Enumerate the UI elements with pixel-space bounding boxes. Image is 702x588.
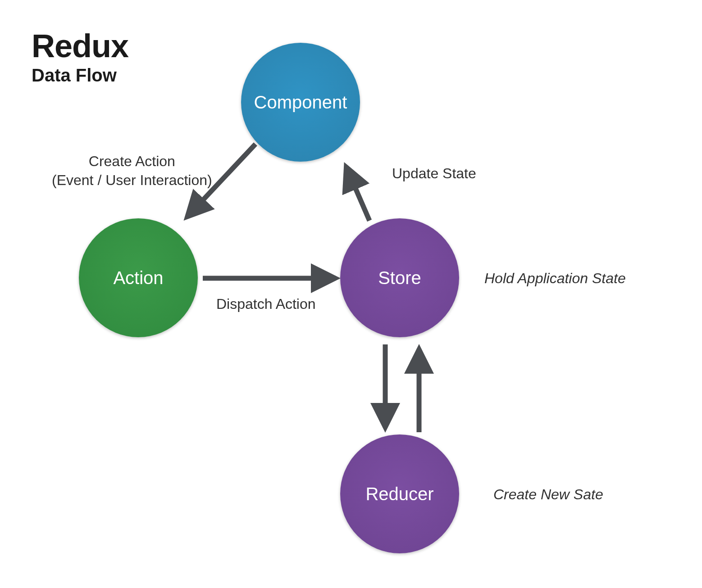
node-reducer: Reducer xyxy=(340,434,459,553)
label-update-state: Update State xyxy=(392,164,476,183)
label-create-action-line2: (Event / User Interaction) xyxy=(52,171,212,190)
node-store: Store xyxy=(340,218,459,337)
node-component: Component xyxy=(241,43,360,162)
page-subtitle: Data Flow xyxy=(32,65,128,86)
node-component-label: Component xyxy=(254,92,347,113)
label-create-action-line1: Create Action xyxy=(52,152,212,171)
node-action: Action xyxy=(79,218,198,337)
node-store-label: Store xyxy=(378,268,421,288)
page-title: Redux xyxy=(32,29,128,63)
annotation-reducer: Create New Sate xyxy=(493,486,603,503)
label-create-action: Create Action (Event / User Interaction) xyxy=(52,152,212,190)
arrow-store-to-component xyxy=(346,167,369,221)
label-dispatch-action: Dispatch Action xyxy=(216,295,316,314)
title-block: Redux Data Flow xyxy=(32,29,128,86)
annotation-store: Hold Application State xyxy=(484,270,626,287)
node-action-label: Action xyxy=(113,268,163,288)
node-reducer-label: Reducer xyxy=(365,484,433,504)
